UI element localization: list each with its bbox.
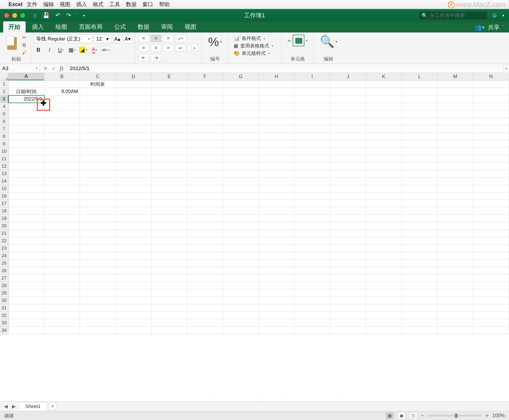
- cell-C17[interactable]: [80, 200, 116, 207]
- cell-A17[interactable]: [9, 200, 44, 207]
- cell-N22[interactable]: [473, 237, 509, 245]
- cell-E17[interactable]: [152, 200, 187, 207]
- cell-M28[interactable]: [438, 282, 473, 289]
- orientation-icon[interactable]: ⤢▾: [175, 35, 186, 42]
- cell-H24[interactable]: [259, 252, 295, 260]
- cell-I19[interactable]: [295, 215, 330, 222]
- align-middle-icon[interactable]: ≡: [151, 35, 161, 42]
- cell-C2[interactable]: [80, 88, 116, 95]
- cell-N24[interactable]: [473, 252, 509, 260]
- cell-L19[interactable]: [402, 215, 438, 222]
- cell-D30[interactable]: [116, 297, 152, 304]
- cell-L12[interactable]: [402, 163, 438, 170]
- cell-C21[interactable]: [80, 230, 116, 237]
- accept-formula-icon[interactable]: ✓: [51, 65, 56, 72]
- cell-K10[interactable]: [366, 148, 402, 155]
- cell-L25[interactable]: [402, 260, 438, 267]
- cell-J2[interactable]: [330, 88, 366, 95]
- cell-H16[interactable]: [259, 192, 295, 200]
- cell-F10[interactable]: [187, 148, 223, 155]
- cell-H31[interactable]: [259, 304, 295, 312]
- cell-L10[interactable]: [402, 148, 438, 155]
- cell-B9[interactable]: [44, 140, 80, 148]
- cell-K6[interactable]: [366, 118, 402, 125]
- cell-A32[interactable]: [9, 312, 44, 319]
- cell-N28[interactable]: [473, 282, 509, 289]
- cell-J33[interactable]: [330, 319, 366, 327]
- cell-E19[interactable]: [152, 215, 187, 222]
- cell-E24[interactable]: [152, 252, 187, 260]
- cell-F34[interactable]: [187, 327, 223, 334]
- row-header-29[interactable]: 29: [0, 289, 9, 297]
- cell-L15[interactable]: [402, 185, 438, 192]
- cell-J9[interactable]: [330, 140, 366, 148]
- cell-C19[interactable]: [80, 215, 116, 222]
- cell-L31[interactable]: [402, 304, 438, 312]
- cell-G9[interactable]: [223, 140, 259, 148]
- cell-B5[interactable]: [44, 110, 80, 118]
- window-minimize-icon[interactable]: [12, 13, 17, 18]
- decrease-indent-icon[interactable]: ⇤: [138, 54, 149, 61]
- cell-B33[interactable]: [44, 319, 80, 327]
- cell-J18[interactable]: [330, 207, 366, 215]
- account-icon[interactable]: ☺: [492, 12, 498, 19]
- align-bottom-icon[interactable]: ≡: [163, 35, 174, 42]
- cell-B11[interactable]: [44, 155, 80, 163]
- cell-A1[interactable]: [9, 80, 44, 88]
- cell-J11[interactable]: [330, 155, 366, 163]
- cell-D8[interactable]: [116, 133, 152, 140]
- row-header-17[interactable]: 17: [0, 200, 9, 207]
- cell-M26[interactable]: [438, 267, 473, 274]
- row-header-20[interactable]: 20: [0, 222, 9, 230]
- zoom-slider[interactable]: [428, 415, 482, 417]
- cell-I31[interactable]: [295, 304, 330, 312]
- cell-F7[interactable]: [187, 125, 223, 133]
- row-header-21[interactable]: 21: [0, 230, 9, 237]
- cell-N21[interactable]: [473, 230, 509, 237]
- row-header-30[interactable]: 30: [0, 297, 9, 304]
- cell-E2[interactable]: [152, 88, 187, 95]
- row-header-14[interactable]: 14: [0, 177, 9, 185]
- cell-C11[interactable]: [80, 155, 116, 163]
- cell-E14[interactable]: [152, 177, 187, 185]
- cell-I33[interactable]: [295, 319, 330, 327]
- row-header-11[interactable]: 11: [0, 155, 9, 163]
- cell-A34[interactable]: [9, 327, 44, 334]
- cell-B24[interactable]: [44, 252, 80, 260]
- cell-M9[interactable]: [438, 140, 473, 148]
- cell-F5[interactable]: [187, 110, 223, 118]
- cell-H32[interactable]: [259, 312, 295, 319]
- cell-H4[interactable]: [259, 103, 295, 110]
- cell-M17[interactable]: [438, 200, 473, 207]
- col-header-G[interactable]: G: [223, 73, 259, 80]
- cell-L32[interactable]: [402, 312, 438, 319]
- cell-H13[interactable]: [259, 170, 295, 177]
- view-pagelayout-icon[interactable]: ▣: [397, 412, 405, 419]
- cell-E16[interactable]: [152, 192, 187, 200]
- cell-M7[interactable]: [438, 125, 473, 133]
- cell-D28[interactable]: [116, 282, 152, 289]
- cell-A22[interactable]: [9, 237, 44, 245]
- cell-D24[interactable]: [116, 252, 152, 260]
- cell-E32[interactable]: [152, 312, 187, 319]
- cell-G19[interactable]: [223, 215, 259, 222]
- col-header-L[interactable]: L: [402, 73, 438, 80]
- cell-K9[interactable]: [366, 140, 402, 148]
- col-header-N[interactable]: N: [473, 73, 509, 80]
- ribbon-collapse-icon[interactable]: ˆ: [502, 25, 504, 30]
- cell-J34[interactable]: [330, 327, 366, 334]
- cell-A7[interactable]: [9, 125, 44, 133]
- cell-B32[interactable]: [44, 312, 80, 319]
- row-header-15[interactable]: 15: [0, 185, 9, 192]
- cells-button[interactable]: ⇔ ▾: [288, 35, 308, 46]
- cell-N10[interactable]: [473, 148, 509, 155]
- cell-M21[interactable]: [438, 230, 473, 237]
- cell-H1[interactable]: [259, 80, 295, 88]
- col-header-I[interactable]: I: [295, 73, 330, 80]
- cell-B30[interactable]: [44, 297, 80, 304]
- cell-M19[interactable]: [438, 215, 473, 222]
- cell-K23[interactable]: [366, 245, 402, 252]
- menu-help[interactable]: 帮助: [159, 1, 170, 8]
- cell-M16[interactable]: [438, 192, 473, 200]
- cell-F12[interactable]: [187, 163, 223, 170]
